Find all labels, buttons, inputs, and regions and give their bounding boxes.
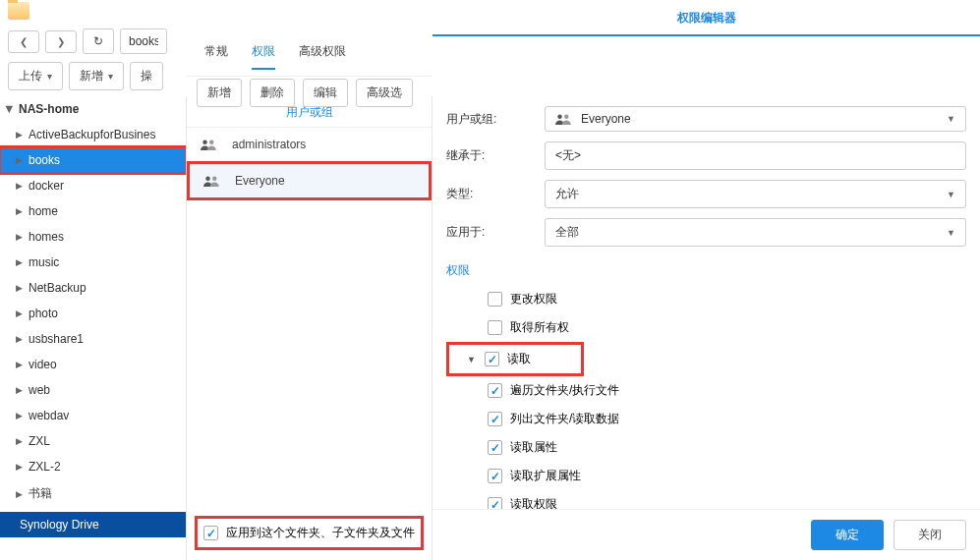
more-button[interactable]: 操 — [130, 62, 163, 90]
tree-item-label: usbshare1 — [29, 332, 84, 346]
user-row-label: Everyone — [235, 174, 285, 188]
apply-recursive-row[interactable]: 应用到这个文件夹、子文件夹及文件 — [195, 516, 424, 550]
tree-root[interactable]: ▶ NAS-home — [0, 96, 186, 122]
checkbox[interactable] — [488, 292, 502, 307]
perm-item[interactable]: 读取扩展属性 — [446, 462, 966, 490]
expand-icon: ▶ — [16, 308, 23, 318]
checkbox[interactable] — [488, 469, 502, 483]
svg-point-0 — [202, 140, 207, 145]
expand-icon: ▶ — [16, 283, 23, 293]
tree-item-netbackup[interactable]: ▶NetBackup — [0, 275, 186, 301]
tree-item-usbshare1[interactable]: ▶usbshare1 — [0, 326, 186, 352]
action-toolbar: 上传▾ 新增▾ 操 — [0, 58, 980, 94]
permissions-panel: 常规 权限 高级权限 新增 删除 编辑 高级选 用户或组 administrat… — [187, 96, 432, 560]
tree-item-synology-drive[interactable]: Synology Drive — [0, 512, 186, 537]
tree-item-label: 书籍 — [29, 485, 52, 502]
expand-icon: ▶ — [16, 411, 23, 420]
form-area: 用户或组: Everyone ▼ 继承于: <无> 类型: 允许▼ 应用于: — [432, 96, 980, 260]
tree-item-zxl[interactable]: ▶ZXL — [0, 428, 186, 454]
upload-button[interactable]: 上传▾ — [8, 62, 63, 90]
checkbox[interactable] — [488, 383, 502, 398]
expand-icon: ▶ — [16, 489, 23, 499]
user-row-everyone[interactable]: Everyone — [187, 161, 432, 200]
expand-icon: ▶ — [16, 436, 23, 446]
close-button[interactable]: 关闭 — [894, 520, 966, 550]
tree-item-homes[interactable]: ▶homes — [0, 224, 186, 250]
tree-item-photo[interactable]: ▶photo — [0, 301, 186, 326]
tab-permissions[interactable]: 权限 — [252, 43, 275, 70]
tree-item-label: ActiveBackupforBusines — [29, 128, 155, 141]
apply-recursive-checkbox[interactable] — [203, 526, 218, 540]
tree-item-web[interactable]: ▶web — [0, 377, 186, 403]
perm-change-permissions[interactable]: 更改权限 — [446, 285, 966, 313]
user-row-administrators[interactable]: administrators — [187, 128, 432, 161]
path-input[interactable] — [120, 28, 167, 54]
perm-label: 取得所有权 — [510, 319, 569, 336]
ok-button[interactable]: 确定 — [811, 520, 884, 550]
user-row-label: administrators — [232, 138, 306, 151]
expand-icon: ▶ — [16, 462, 23, 472]
tree-item-books[interactable]: ▶books — [0, 147, 186, 173]
perm-item[interactable]: 读取属性 — [446, 433, 966, 462]
select-inherit-value: <无> — [555, 147, 581, 164]
checkbox[interactable] — [488, 320, 502, 335]
perm-take-ownership[interactable]: 取得所有权 — [446, 313, 966, 342]
collapse-icon[interactable]: ▼ — [467, 355, 477, 364]
label-type: 类型: — [446, 186, 545, 202]
checkbox[interactable] — [485, 352, 499, 366]
tree-item-label: ZXL — [29, 434, 50, 448]
edit-button[interactable]: 编辑 — [303, 79, 348, 107]
perm-label: 遍历文件夹/执行文件 — [510, 382, 619, 399]
tree-item-docker[interactable]: ▶docker — [0, 173, 186, 198]
select-type-value: 允许 — [555, 186, 579, 202]
chevron-down-icon: ▼ — [947, 190, 955, 199]
forward-button[interactable]: ❯ — [45, 30, 77, 53]
select-type[interactable]: 允许▼ — [545, 180, 966, 208]
perm-item[interactable]: 遍历文件夹/执行文件 — [446, 376, 966, 405]
tab-general[interactable]: 常规 — [204, 43, 228, 70]
tree-item-activebackupforbusines[interactable]: ▶ActiveBackupforBusines — [0, 122, 186, 147]
back-button[interactable]: ❮ — [8, 30, 39, 53]
create-button[interactable]: 新增▾ — [69, 62, 124, 90]
tree-item-label: photo — [29, 307, 58, 320]
expand-icon: ▶ — [16, 334, 23, 344]
perm-read-group[interactable]: ▼读取 — [446, 342, 584, 376]
tree-item-label: music — [29, 255, 59, 269]
add-button[interactable]: 新增 — [197, 79, 242, 107]
label-inherit: 继承于: — [446, 147, 545, 164]
tree-item-home[interactable]: ▶home — [0, 198, 186, 224]
expand-icon: ▶ — [16, 206, 23, 216]
select-apply-value: 全部 — [555, 224, 579, 241]
select-inherit[interactable]: <无> — [545, 141, 966, 170]
select-user[interactable]: Everyone ▼ — [545, 106, 966, 132]
chevron-down-icon: ▼ — [947, 228, 955, 238]
svg-point-1 — [209, 140, 214, 145]
select-apply[interactable]: 全部▼ — [545, 218, 966, 247]
tree-item-书籍[interactable]: ▶书籍 — [0, 479, 186, 508]
delete-button[interactable]: 删除 — [250, 79, 295, 107]
tree-item-video[interactable]: ▶video — [0, 352, 186, 377]
select-user-value: Everyone — [581, 112, 631, 126]
advopt-button[interactable]: 高级选 — [356, 79, 413, 107]
tree-item-webdav[interactable]: ▶webdav — [0, 403, 186, 428]
checkbox[interactable] — [488, 412, 502, 426]
checkbox[interactable] — [488, 440, 502, 455]
tree-item-music[interactable]: ▶music — [0, 250, 186, 275]
person-icon — [555, 112, 573, 126]
refresh-button[interactable]: ↻ — [83, 28, 114, 54]
permissions-header: 权限 — [432, 260, 980, 285]
tree-item-zxl-2[interactable]: ▶ZXL-2 — [0, 454, 186, 479]
tab-advanced[interactable]: 高级权限 — [299, 43, 346, 70]
perm-item[interactable]: 读取权限 — [446, 490, 966, 509]
expand-icon: ▶ — [16, 360, 23, 369]
dialog-title: 权限编辑器 — [432, 0, 980, 36]
perm-label: 读取 — [507, 351, 531, 367]
perm-toolbar: 新增 删除 编辑 高级选 — [187, 71, 432, 115]
expand-icon: ▶ — [16, 130, 23, 140]
perm-item[interactable]: 列出文件夹/读取数据 — [446, 405, 966, 433]
tree-item-label: NetBackup — [29, 281, 86, 295]
checkbox[interactable] — [488, 497, 502, 509]
tree-item-label: home — [29, 204, 58, 218]
apply-recursive-label: 应用到这个文件夹、子文件夹及文件 — [226, 525, 415, 541]
tree-root-label: NAS-home — [19, 102, 79, 116]
